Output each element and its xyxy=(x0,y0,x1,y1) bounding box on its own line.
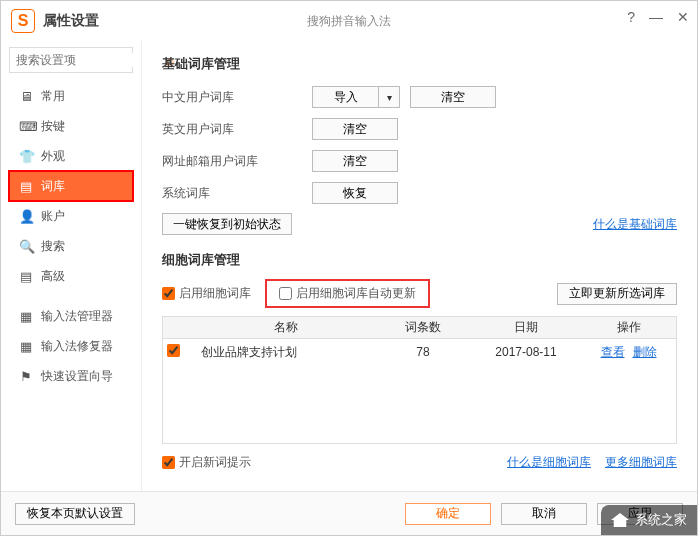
auto-update-highlight: 启用细胞词库自动更新 xyxy=(265,279,430,308)
url-dict-label: 网址邮箱用户词库 xyxy=(162,153,312,170)
sidebar-tool-ime-repair[interactable]: ▦输入法修复器 xyxy=(9,331,133,361)
new-word-checkbox[interactable]: 开启新词提示 xyxy=(162,454,251,471)
url-clear-button[interactable]: 清空 xyxy=(312,150,398,172)
col-name: 名称 xyxy=(197,319,375,336)
enable-cell-checkbox[interactable]: 启用细胞词库 xyxy=(162,285,251,302)
restore-all-button[interactable]: 一键恢复到初始状态 xyxy=(162,213,292,235)
help-button[interactable]: ? xyxy=(627,9,635,25)
sidebar-item-label: 高级 xyxy=(41,268,65,285)
table-row[interactable]: 创业品牌支持计划 78 2017-08-11 查看 删除 xyxy=(163,339,676,365)
what-is-cell-link[interactable]: 什么是细胞词库 xyxy=(507,454,591,471)
sidebar-item-advanced[interactable]: ▤高级 xyxy=(9,261,133,291)
sidebar-item-label: 常用 xyxy=(41,88,65,105)
cancel-button[interactable]: 取消 xyxy=(501,503,587,525)
sidebar-item-label: 输入法修复器 xyxy=(41,338,113,355)
main-panel: 基础词库管理 中文用户词库 导入 ▾ 清空 英文用户词库 清空 网址邮箱用户词库… xyxy=(141,41,697,491)
update-selected-button[interactable]: 立即更新所选词库 xyxy=(557,283,677,305)
sidebar-item-account[interactable]: 👤账户 xyxy=(9,201,133,231)
app-logo: S xyxy=(11,9,35,33)
sidebar-item-appearance[interactable]: 👕外观 xyxy=(9,141,133,171)
auto-update-checkbox[interactable]: 启用细胞词库自动更新 xyxy=(279,285,416,302)
row-view-link[interactable]: 查看 xyxy=(601,344,625,361)
search-box[interactable]: ⌕ xyxy=(9,47,133,73)
sidebar-tool-wizard[interactable]: ⚑快速设置向导 xyxy=(9,361,133,391)
sidebar-item-dict[interactable]: ▤词库 xyxy=(9,171,133,201)
cell-dict-table: 名称 词条数 日期 操作 创业品牌支持计划 78 2017-08-11 查看 删… xyxy=(162,316,677,444)
search-nav-icon: 🔍 xyxy=(19,239,33,254)
reset-page-button[interactable]: 恢复本页默认设置 xyxy=(15,503,135,525)
sidebar-item-common[interactable]: 🖥常用 xyxy=(9,81,133,111)
repair-icon: ▦ xyxy=(19,339,33,354)
keyboard-icon: ⌨ xyxy=(19,119,33,134)
sidebar-item-search[interactable]: 🔍搜索 xyxy=(9,231,133,261)
shirt-icon: 👕 xyxy=(19,149,33,164)
advanced-icon: ▤ xyxy=(19,269,33,284)
watermark-text: 系统之家 xyxy=(635,511,687,529)
window-subtitle: 搜狗拼音输入法 xyxy=(307,13,391,30)
cell-dict-title: 细胞词库管理 xyxy=(162,251,677,269)
sys-restore-button[interactable]: 恢复 xyxy=(312,182,398,204)
window-title: 属性设置 xyxy=(43,12,99,30)
sidebar: ⌕ 🖥常用 ⌨按键 👕外观 ▤词库 👤账户 🔍搜索 ▤高级 ▦输入法管理器 ▦输… xyxy=(1,41,141,491)
sidebar-item-keys[interactable]: ⌨按键 xyxy=(9,111,133,141)
ok-button[interactable]: 确定 xyxy=(405,503,491,525)
new-word-label: 开启新词提示 xyxy=(179,454,251,471)
more-cell-link[interactable]: 更多细胞词库 xyxy=(605,454,677,471)
house-icon xyxy=(611,513,629,527)
cn-clear-button[interactable]: 清空 xyxy=(410,86,496,108)
sidebar-item-label: 词库 xyxy=(41,178,65,195)
flag-icon: ⚑ xyxy=(19,369,33,384)
en-clear-button[interactable]: 清空 xyxy=(312,118,398,140)
row-name: 创业品牌支持计划 xyxy=(197,344,375,361)
col-count: 词条数 xyxy=(375,319,471,336)
auto-update-input[interactable] xyxy=(279,287,292,300)
bottom-bar: 恢复本页默认设置 确定 取消 应用 xyxy=(1,491,697,535)
window-controls: ? — ✕ xyxy=(627,9,689,25)
row-date: 2017-08-11 xyxy=(471,345,581,359)
en-dict-label: 英文用户词库 xyxy=(162,121,312,138)
row-checkbox[interactable] xyxy=(167,344,180,357)
import-dropdown-caret[interactable]: ▾ xyxy=(378,86,400,108)
minimize-button[interactable]: — xyxy=(649,9,663,25)
row-delete-link[interactable]: 删除 xyxy=(633,344,657,361)
sidebar-item-label: 快速设置向导 xyxy=(41,368,113,385)
monitor-icon: 🖥 xyxy=(19,89,33,104)
enable-cell-label: 启用细胞词库 xyxy=(179,285,251,302)
sidebar-item-label: 输入法管理器 xyxy=(41,308,113,325)
sidebar-item-label: 账户 xyxy=(41,208,65,225)
manager-icon: ▦ xyxy=(19,309,33,324)
watermark: 系统之家 xyxy=(601,505,697,535)
sidebar-item-label: 按键 xyxy=(41,118,65,135)
user-icon: 👤 xyxy=(19,209,33,224)
col-ops: 操作 xyxy=(581,319,676,336)
new-word-input[interactable] xyxy=(162,456,175,469)
col-date: 日期 xyxy=(471,319,581,336)
basic-dict-title: 基础词库管理 xyxy=(162,55,677,73)
what-is-basic-link[interactable]: 什么是基础词库 xyxy=(593,216,677,233)
enable-cell-input[interactable] xyxy=(162,287,175,300)
sidebar-item-label: 外观 xyxy=(41,148,65,165)
titlebar: S 属性设置 搜狗拼音输入法 ? — ✕ xyxy=(1,1,697,41)
dict-icon: ▤ xyxy=(19,179,33,194)
import-button[interactable]: 导入 xyxy=(312,86,378,108)
sidebar-tool-ime-manager[interactable]: ▦输入法管理器 xyxy=(9,301,133,331)
table-header: 名称 词条数 日期 操作 xyxy=(163,317,676,339)
auto-update-label: 启用细胞词库自动更新 xyxy=(296,285,416,302)
close-button[interactable]: ✕ xyxy=(677,9,689,25)
import-split-button[interactable]: 导入 ▾ xyxy=(312,86,400,108)
row-count: 78 xyxy=(375,345,471,359)
sys-dict-label: 系统词库 xyxy=(162,185,312,202)
cn-dict-label: 中文用户词库 xyxy=(162,89,312,106)
sidebar-item-label: 搜索 xyxy=(41,238,65,255)
